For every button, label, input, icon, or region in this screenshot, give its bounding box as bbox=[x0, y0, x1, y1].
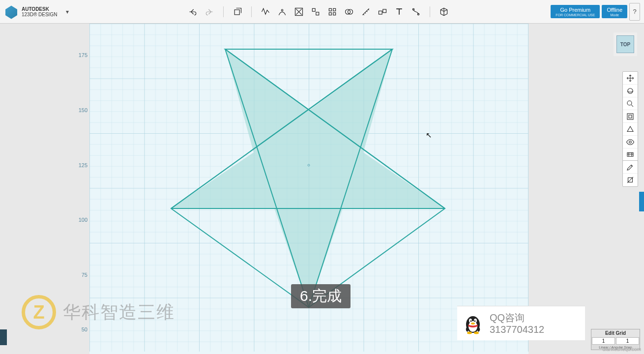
svg-point-1 bbox=[282, 9, 283, 11]
zoom-button[interactable] bbox=[623, 97, 638, 110]
side-panel-toggle[interactable] bbox=[639, 192, 644, 211]
undo-button[interactable] bbox=[187, 6, 199, 18]
qq-penguin-icon bbox=[463, 313, 483, 334]
fit-button[interactable] bbox=[623, 110, 638, 123]
sketch-button[interactable] bbox=[260, 6, 271, 18]
grid-value-1[interactable]: 1 bbox=[592, 337, 615, 345]
top-toolbar: AUTODESK 123D® DESIGN ▾ Go Premium FOR C… bbox=[0, 0, 644, 24]
qq-title: QQ咨询 bbox=[490, 312, 544, 324]
logo-text: AUTODESK 123D® DESIGN bbox=[22, 6, 57, 17]
svg-rect-3 bbox=[313, 8, 316, 11]
svg-rect-5 bbox=[329, 8, 332, 11]
svg-rect-0 bbox=[235, 9, 240, 14]
svg-rect-4 bbox=[316, 12, 319, 15]
svg-rect-7 bbox=[329, 12, 332, 15]
text-button[interactable] bbox=[393, 6, 405, 18]
grouping-button[interactable] bbox=[326, 6, 338, 18]
svg-point-25 bbox=[628, 88, 633, 93]
edit-grid-title: Edit Grid bbox=[591, 329, 640, 337]
toolbar-separator bbox=[251, 6, 252, 17]
redo-button[interactable] bbox=[204, 6, 215, 18]
measure-button[interactable] bbox=[360, 6, 372, 18]
svg-point-37 bbox=[474, 320, 476, 322]
combine-button[interactable] bbox=[343, 6, 355, 18]
ruler-tick: 100 bbox=[73, 217, 88, 223]
visibility-button[interactable] bbox=[623, 136, 638, 148]
svg-point-26 bbox=[627, 101, 632, 105]
svg-rect-27 bbox=[627, 114, 633, 119]
primitives-button[interactable] bbox=[232, 6, 243, 18]
orbit-button[interactable] bbox=[623, 85, 638, 97]
product-label: 123D® DESIGN bbox=[22, 12, 57, 17]
perspective-button[interactable] bbox=[623, 123, 638, 136]
grid-value-2[interactable]: 1 bbox=[616, 337, 639, 345]
watermark-text: 华科智造三维 bbox=[63, 300, 175, 324]
ruler-tick: 75 bbox=[73, 272, 88, 278]
modify-button[interactable] bbox=[293, 6, 305, 18]
offline-mode-button[interactable]: Offline Mode bbox=[602, 5, 627, 19]
svg-rect-8 bbox=[333, 12, 336, 15]
svg-point-39 bbox=[467, 331, 472, 334]
edit-tools bbox=[622, 160, 638, 187]
ruler-tick: 150 bbox=[73, 107, 88, 113]
app-logo: AUTODESK 123D® DESIGN bbox=[4, 4, 57, 19]
svg-rect-28 bbox=[629, 115, 632, 118]
construct-button[interactable] bbox=[276, 6, 288, 18]
toolbar-separator bbox=[430, 6, 430, 17]
qq-text: QQ咨询 3137704312 bbox=[490, 312, 544, 335]
left-panel-toggle[interactable] bbox=[0, 329, 7, 345]
convert-button[interactable] bbox=[410, 6, 422, 18]
qq-contact-panel: QQ咨询 3137704312 bbox=[457, 306, 585, 340]
help-button[interactable]: ? bbox=[629, 3, 640, 21]
svg-rect-30 bbox=[627, 153, 633, 157]
main-menu-dropdown[interactable]: ▾ bbox=[66, 8, 69, 15]
watermark-icon: Z bbox=[22, 295, 56, 329]
navigation-tools bbox=[622, 71, 638, 162]
svg-point-40 bbox=[474, 331, 479, 334]
qq-number: 3137704312 bbox=[490, 324, 544, 335]
display-button[interactable] bbox=[623, 148, 638, 161]
toggle-sketch-button[interactable] bbox=[623, 174, 638, 186]
svg-rect-6 bbox=[333, 8, 336, 11]
edit-sketch-button[interactable] bbox=[623, 161, 638, 174]
header-right: Go Premium FOR COMMERCIAL USE Offline Mo… bbox=[551, 3, 640, 21]
tutorial-caption: 6.完成 bbox=[291, 284, 351, 308]
svg-point-29 bbox=[629, 141, 632, 143]
svg-point-38 bbox=[471, 323, 475, 324]
watermark: Z 华科智造三维 bbox=[22, 295, 175, 329]
url-watermark: diankeshequ.com bbox=[603, 347, 641, 352]
material-button[interactable] bbox=[438, 6, 450, 18]
ruler-tick: 175 bbox=[73, 52, 88, 58]
svg-point-36 bbox=[470, 320, 472, 322]
svg-rect-12 bbox=[383, 9, 386, 13]
brand-label: AUTODESK bbox=[22, 6, 49, 12]
premium-sub: FOR COMMERCIAL USE bbox=[556, 13, 595, 17]
ruler-tick: 125 bbox=[73, 162, 88, 168]
pattern-button[interactable] bbox=[310, 6, 322, 18]
svg-rect-11 bbox=[379, 11, 382, 14]
logo-icon bbox=[4, 4, 19, 19]
snap-button[interactable] bbox=[377, 6, 388, 18]
pan-button[interactable] bbox=[623, 72, 638, 85]
view-cube[interactable]: TOP bbox=[616, 35, 634, 53]
go-premium-button[interactable]: Go Premium FOR COMMERCIAL USE bbox=[551, 5, 600, 19]
premium-label: Go Premium bbox=[560, 7, 590, 13]
toolbar-separator bbox=[223, 6, 224, 17]
offline-sub: Mode bbox=[607, 13, 622, 17]
offline-label: Offline bbox=[607, 7, 622, 13]
main-toolbar bbox=[187, 6, 450, 18]
